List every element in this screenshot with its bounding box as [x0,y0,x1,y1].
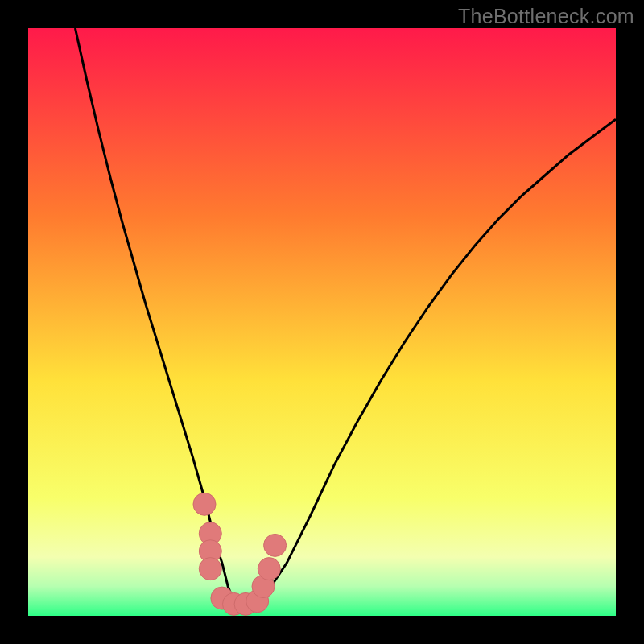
data-marker [258,558,280,580]
data-marker [264,534,287,556]
chart-canvas: TheBottleneck.com [0,0,644,644]
watermark-text: TheBottleneck.com [458,5,634,28]
data-marker [193,493,216,515]
plot-area [28,28,616,616]
plot-svg [28,28,616,616]
data-marker [199,558,221,580]
gradient-background [28,28,616,616]
